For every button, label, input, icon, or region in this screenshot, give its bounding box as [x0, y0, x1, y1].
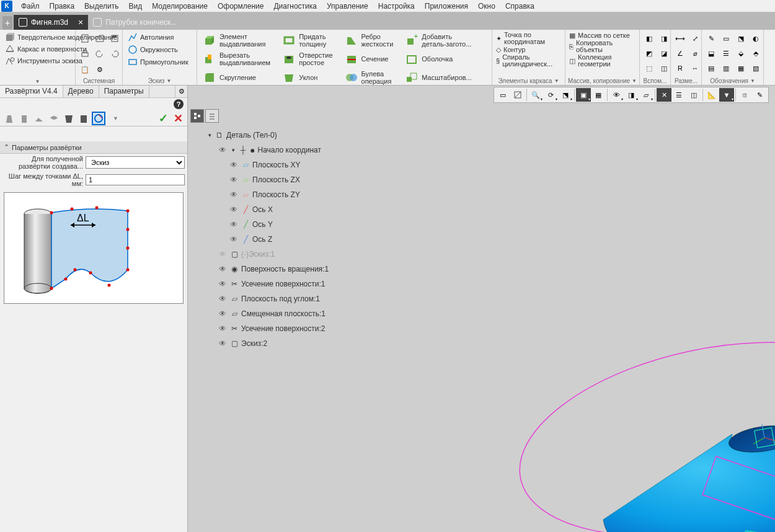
vt-rotation[interactable]: ⟳▾ — [543, 88, 558, 102]
aux3[interactable]: ◩ — [642, 47, 656, 60]
menu-manage[interactable]: Управление — [322, 1, 373, 12]
open-button[interactable] — [93, 32, 107, 45]
dim5[interactable]: R — [673, 61, 687, 75]
shape5-button[interactable] — [62, 112, 76, 125]
tree-tab-flat[interactable] — [205, 109, 219, 123]
an11[interactable]: ▦ — [734, 61, 748, 75]
menu-diagnostics[interactable]: Диагностика — [268, 1, 322, 12]
step-input[interactable] — [86, 174, 185, 185]
copy-obj-button[interactable]: ⎘Копироватьобъекты — [568, 40, 614, 53]
an6[interactable]: ☰ — [719, 47, 733, 60]
new-doc-button[interactable] — [78, 32, 92, 45]
vt-orient[interactable]: ⬔▾ — [558, 88, 573, 102]
vt-perspective[interactable]: ▱▾ — [639, 88, 653, 102]
point-button[interactable]: ✦Точка покоординатам — [495, 32, 546, 45]
menu-apps[interactable]: Приложения — [420, 1, 473, 12]
aux2[interactable]: ◨ — [657, 32, 671, 45]
shape3-button[interactable] — [32, 112, 46, 125]
shape2-button[interactable] — [17, 112, 31, 125]
hole-button[interactable]: Отверстиепростое — [279, 50, 335, 68]
menu-edit[interactable]: Правка — [45, 1, 80, 12]
ok-button[interactable]: ✓ — [156, 112, 170, 125]
menu-window[interactable]: Окно — [473, 1, 500, 12]
tree-axis-x[interactable]: 👁╱Ось X — [194, 202, 329, 217]
shape6-button[interactable] — [77, 112, 91, 125]
new-tab-button[interactable]: + — [2, 16, 12, 30]
vt-zoom[interactable]: 🔍▾ — [528, 88, 543, 102]
menu-settings[interactable]: Настройка — [373, 1, 420, 12]
spiral-button[interactable]: §Спиральцилиндрическ... — [495, 54, 554, 68]
aux6[interactable]: ◫ — [657, 61, 671, 75]
an7[interactable]: ⬙ — [734, 47, 748, 60]
shell-button[interactable]: Оболочка — [402, 50, 474, 68]
tree-sketch2[interactable]: 👁▢Эскиз:2 — [194, 336, 329, 351]
menu-format[interactable]: Оформление — [213, 1, 268, 12]
undo-button[interactable] — [93, 47, 107, 61]
tree-trim2[interactable]: 👁✂Усечение поверхности:2 — [194, 321, 329, 336]
menu-view[interactable]: Вид — [123, 1, 147, 12]
vt-clip[interactable]: ◫ — [686, 88, 701, 102]
aux1[interactable]: ◧ — [642, 32, 656, 45]
vt-brush[interactable]: ✎ — [752, 88, 767, 102]
tab-inactive[interactable]: Патрубок коническ... — [88, 15, 182, 30]
add-part-button[interactable]: +Добавитьдеталь-загото... — [402, 32, 474, 49]
print-button[interactable] — [78, 47, 92, 61]
menu-select[interactable]: Выделить — [79, 1, 123, 12]
tree-tab-structure[interactable] — [190, 109, 204, 123]
vt-section[interactable]: ◨▾ — [624, 88, 639, 102]
tree-trim1[interactable]: 👁✂Усечение поверхности:1 — [194, 277, 329, 291]
vt-shade[interactable]: ▣▾ — [576, 88, 591, 102]
tree-plane-zy[interactable]: 👁▱Плоскость ZY — [194, 187, 329, 202]
section-button[interactable]: Сечение — [342, 50, 396, 68]
panel-tab-tree[interactable]: Дерево — [63, 86, 99, 97]
viewport-3d[interactable]: ▭ 🔍▾ ⟳▾ ⬔▾ ▣▾ ▦ 👁▾ ◨▾ ▱▾ ✕ ☰ ◫ 📐 ▼▾ ⎅ ✎ — [188, 86, 775, 532]
shape7-button[interactable] — [92, 112, 105, 125]
extrude-button[interactable]: Элементвыдавливания — [200, 32, 273, 49]
tree-axis-y[interactable]: 👁╱Ось Y — [194, 217, 329, 232]
cancel-button[interactable]: ✕ — [171, 112, 185, 125]
aux5[interactable]: ⬚ — [642, 61, 656, 75]
an8[interactable]: ⬘ — [749, 47, 763, 60]
shape1-button[interactable] — [2, 112, 16, 125]
fillet-button[interactable]: Скругление — [200, 69, 273, 86]
panel-tab-unfold[interactable]: Развёртки V4.4 — [0, 86, 63, 97]
tree-revolve[interactable]: 👁◉Поверхность вращения:1 — [194, 262, 329, 277]
cut-extrude-button[interactable]: Вырезатьвыдавливанием — [200, 50, 273, 68]
tree-sketch1[interactable]: 👁▢(-)Эскиз:1 — [194, 247, 329, 262]
an12[interactable]: ▧ — [749, 61, 763, 75]
close-icon[interactable]: × — [78, 17, 83, 27]
grid-array-button[interactable]: ▦Массив по сетке — [568, 32, 631, 39]
create-type-select[interactable]: Эскиз — [86, 156, 185, 169]
vt-layers[interactable]: ☰ — [671, 88, 686, 102]
vt-hide[interactable]: 👁▾ — [609, 88, 624, 102]
vt-wire[interactable]: ▦ — [591, 88, 606, 102]
menu-help[interactable]: Справка — [500, 1, 539, 12]
menu-file[interactable]: Файл — [16, 1, 45, 12]
tree-plane-xy[interactable]: 👁▱Плоскость XY — [194, 157, 329, 172]
properties-button[interactable]: ⚙ — [93, 63, 107, 76]
autoline-button[interactable]: Автолиния — [125, 32, 176, 43]
vt-measure[interactable]: 📐 — [704, 88, 719, 102]
geom-collection-button[interactable]: ◫Коллекциягеометрии — [568, 54, 613, 68]
an1[interactable]: ✎ — [704, 32, 718, 45]
help-icon[interactable]: ? — [174, 99, 184, 109]
dim1[interactable]: ⟷ — [673, 32, 687, 45]
boolean-button[interactable]: Булеваоперация — [342, 69, 396, 86]
dim3[interactable]: ∠ — [673, 47, 687, 60]
thicken-button[interactable]: Придатьтолщину — [279, 32, 335, 49]
menu-modeling[interactable]: Моделирование — [147, 1, 213, 12]
mode-sketch[interactable]: Инструменты эскиза — [2, 55, 85, 66]
contour-button[interactable]: ◇Контур — [495, 46, 526, 53]
an3[interactable]: ⬔ — [734, 32, 748, 45]
an9[interactable]: ▤ — [704, 61, 718, 75]
vt-sketch[interactable] — [510, 88, 525, 102]
an2[interactable]: ▭ — [719, 32, 733, 45]
shape4-button[interactable] — [47, 112, 61, 125]
dim2[interactable]: ⤢ — [688, 32, 702, 45]
panel-tab-params[interactable]: Параметры — [99, 86, 149, 97]
draft-button[interactable]: Уклон — [279, 69, 335, 86]
tree-root[interactable]: ▾🗋Деталь (Тел-0) — [194, 128, 329, 143]
tree-angle-plane[interactable]: 👁▱Плоскость под углом:1 — [194, 291, 329, 306]
tree-offset-plane[interactable]: 👁▱Смещенная плоскость:1 — [194, 306, 329, 321]
dim4[interactable]: ⌀ — [688, 47, 702, 60]
